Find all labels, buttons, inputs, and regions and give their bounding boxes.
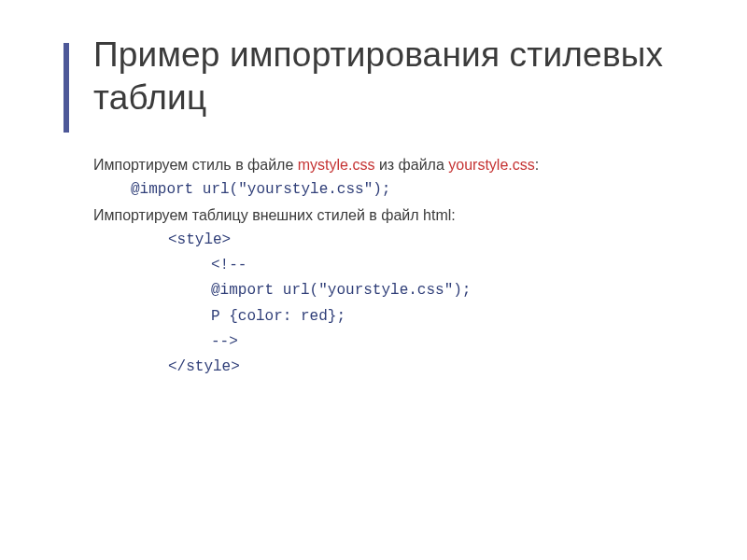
- code-comment-open: <!--: [93, 253, 698, 278]
- text-segment: Импортируем стиль в файле: [93, 157, 298, 173]
- accent-bar: [63, 43, 69, 133]
- text-segment: из файла: [374, 157, 448, 173]
- slide-content: Пример импортирования стилевых таблиц Им…: [0, 0, 747, 413]
- code-import-line: @import url("yourstyle.css");: [93, 177, 698, 203]
- filename-mystyle: mystyle.css: [298, 157, 375, 173]
- filename-yourstyle: yourstyle.css: [448, 157, 534, 173]
- code-comment-close: -->: [93, 329, 698, 355]
- slide-title: Пример импортирования стилевых таблиц: [93, 34, 698, 120]
- text-segment: :: [535, 157, 539, 173]
- code-import-inner: @import url("yourstyle.css");: [93, 278, 698, 303]
- intro-line-2: Импортируем таблицу внешних стилей в фай…: [93, 203, 698, 228]
- code-rule: P {color: red};: [93, 304, 698, 329]
- intro-line-1: Импортируем стиль в файле mystyle.css из…: [93, 152, 698, 177]
- code-style-close: </style>: [93, 355, 698, 380]
- code-style-open: <style>: [93, 228, 698, 253]
- slide-body: Импортируем стиль в файле mystyle.css из…: [93, 152, 698, 381]
